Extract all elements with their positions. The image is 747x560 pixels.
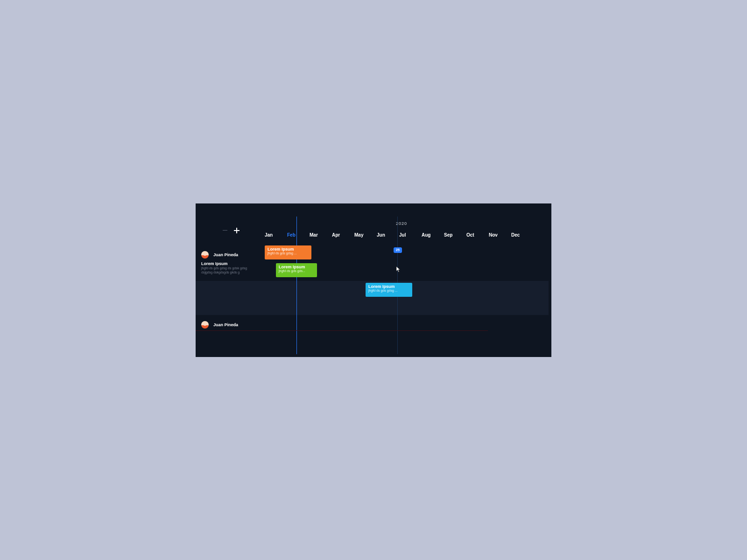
month-nov[interactable]: Nov: [489, 232, 511, 238]
event-subtitle: jhgfd ds gds gdsg ...: [368, 289, 409, 292]
task-desc: jhgfd ds gds gdsg ds gdsk gdsg dsjgdsg d…: [201, 266, 259, 274]
month-apr[interactable]: Apr: [332, 232, 354, 238]
month-oct[interactable]: Oct: [466, 232, 489, 238]
user-row[interactable]: Juan Pineda: [196, 249, 265, 260]
month-mar[interactable]: Mar: [310, 232, 332, 238]
timeline-grid[interactable]: 25 Lorem Ipsum jhgfd ds gds gdsg ... Lor…: [265, 243, 549, 354]
event-title: Lorem Ipsum: [279, 265, 314, 270]
month-sep[interactable]: Sep: [444, 232, 466, 238]
zoom-in-icon[interactable]: [234, 228, 240, 233]
task-block: Lorem Ipsum jhgfd ds gds gdsg ds gdsk gd…: [196, 260, 265, 276]
date-badge[interactable]: 25: [394, 247, 402, 253]
zoom-out-icon[interactable]: [223, 230, 227, 231]
toolbar: [223, 228, 240, 233]
avatar-icon: [201, 321, 209, 329]
month-may[interactable]: May: [354, 232, 377, 238]
month-aug[interactable]: Aug: [422, 232, 444, 238]
event-title: Lorem Ipsum: [368, 284, 409, 289]
event-subtitle: jhgfd ds gds gds...: [279, 269, 314, 273]
months-header: Jan Feb Mar Apr May Jun Jul Aug Sep Oct …: [265, 232, 549, 238]
avatar-icon: [201, 251, 209, 259]
timeline-event[interactable]: Lorem Ipsum jhgfd ds gds gdsg ...: [366, 283, 412, 297]
user-name: Juan Pineda: [213, 252, 238, 257]
timeline-event[interactable]: Lorem Ipsum jhgfd ds gds gds...: [276, 263, 317, 277]
month-jun[interactable]: Jun: [377, 232, 399, 238]
app-window: 2020 Jan Feb Mar Apr May Jun Jul Aug Sep…: [196, 203, 551, 357]
cursor-icon: [396, 266, 400, 272]
user-name: Juan Pineda: [213, 322, 238, 327]
month-jul[interactable]: Jul: [399, 232, 422, 238]
timeline-event[interactable]: Lorem Ipsum jhgfd ds gds gdsg ...: [265, 245, 311, 259]
event-title: Lorem Ipsum: [268, 247, 309, 252]
month-dec[interactable]: Dec: [511, 232, 534, 238]
divider-line: [196, 330, 488, 331]
month-jan[interactable]: Jan: [265, 232, 287, 238]
user-row[interactable]: Juan Pineda: [196, 319, 265, 330]
task-title: Lorem Ipsum: [201, 261, 265, 266]
event-subtitle: jhgfd ds gds gdsg ...: [268, 252, 309, 255]
month-feb[interactable]: Feb: [287, 232, 310, 238]
current-month-line: [296, 217, 297, 354]
